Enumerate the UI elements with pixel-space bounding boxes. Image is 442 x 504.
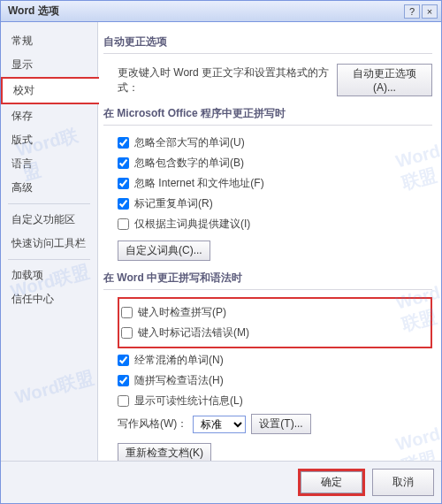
ok-highlight: 确定 bbox=[298, 469, 365, 496]
nav-customize-ribbon[interactable]: 自定义功能区 bbox=[1, 208, 97, 232]
nav-save[interactable]: 保存 bbox=[1, 104, 97, 128]
chk-ignore-numbers[interactable] bbox=[118, 157, 129, 169]
word-spell-group: 键入时检查拼写(P) 键入时标记语法错误(M) 经常混淆的单词(N) 随拼写检查… bbox=[103, 297, 432, 461]
nav-general[interactable]: 常规 bbox=[1, 29, 97, 53]
close-button[interactable]: × bbox=[422, 4, 438, 19]
lbl-readability: 显示可读性统计信息(L) bbox=[134, 393, 243, 409]
lbl-ignore-internet: 忽略 Internet 和文件地址(F) bbox=[134, 176, 264, 191]
button-bar: 确定 取消 bbox=[1, 461, 441, 503]
office-spell-group: 忽略全部大写的单词(U) 忽略包含数字的单词(B) 忽略 Internet 和文… bbox=[103, 133, 432, 263]
chk-readability[interactable] bbox=[118, 395, 129, 407]
writing-style-select[interactable]: 标准 bbox=[193, 416, 246, 433]
chk-flag-repeated[interactable] bbox=[118, 198, 129, 210]
content-panel: Word联盟 Word联盟 Word联盟 自动更正选项 更改键入时 Word 更… bbox=[98, 22, 441, 461]
lbl-ignore-uppercase: 忽略全部大写的单词(U) bbox=[134, 135, 245, 150]
lbl-flag-repeated: 标记重复单词(R) bbox=[134, 196, 213, 211]
autocorrect-row: 更改键入时 Word 更正文字和设置其格式的方式： 自动更正选项(A)... bbox=[103, 61, 432, 99]
section-word-spell: 在 Word 中更正拼写和语法时 bbox=[103, 263, 432, 290]
lbl-confused-words: 经常混淆的单词(N) bbox=[134, 353, 224, 368]
nav-advanced[interactable]: 高级 bbox=[1, 176, 97, 200]
nav-proofing[interactable]: 校对 bbox=[1, 77, 99, 104]
nav-display[interactable]: 显示 bbox=[1, 53, 97, 77]
nav-addins[interactable]: 加载项 bbox=[1, 263, 97, 287]
autocorrect-label: 更改键入时 Word 更正文字和设置其格式的方式： bbox=[118, 65, 332, 95]
settings-button[interactable]: 设置(T)... bbox=[251, 414, 310, 434]
highlight-box-1: 键入时检查拼写(P) 键入时标记语法错误(M) bbox=[118, 297, 432, 348]
lbl-grammar-with-spell: 随拼写检查语法(H) bbox=[134, 373, 224, 388]
writing-style-label: 写作风格(W)： bbox=[118, 416, 187, 431]
chk-grammar-with-spell[interactable] bbox=[118, 375, 129, 386]
titlebar-buttons: ? × bbox=[404, 4, 438, 19]
separator bbox=[8, 203, 90, 204]
chk-ignore-uppercase[interactable] bbox=[118, 137, 129, 149]
chk-main-dict-only[interactable] bbox=[118, 218, 129, 230]
autocorrect-options-button[interactable]: 自动更正选项(A)... bbox=[337, 64, 432, 96]
section-autocorrect: 自动更正选项 bbox=[103, 27, 432, 54]
cancel-button[interactable]: 取消 bbox=[372, 469, 434, 496]
nav-trust[interactable]: 信任中心 bbox=[1, 287, 97, 311]
chk-ignore-internet[interactable] bbox=[118, 178, 129, 189]
titlebar: Word 选项 ? × bbox=[1, 1, 441, 22]
nav-language[interactable]: 语言 bbox=[1, 152, 97, 176]
lbl-main-dict-only: 仅根据主词典提供建议(I) bbox=[134, 217, 250, 232]
nav-layout[interactable]: 版式 bbox=[1, 128, 97, 152]
dialog-title: Word 选项 bbox=[4, 4, 59, 19]
separator bbox=[8, 259, 90, 260]
section-office-spell: 在 Microsoft Office 程序中更正拼写时 bbox=[103, 99, 432, 126]
nav-qat[interactable]: 快速访问工具栏 bbox=[1, 232, 97, 256]
recheck-button[interactable]: 重新检查文档(K) bbox=[118, 443, 211, 461]
lbl-check-spell-as-type: 键入时检查拼写(P) bbox=[138, 305, 226, 320]
chk-confused-words[interactable] bbox=[118, 355, 129, 366]
help-button[interactable]: ? bbox=[404, 4, 420, 19]
lbl-mark-grammar: 键入时标记语法错误(M) bbox=[138, 325, 249, 340]
lbl-ignore-numbers: 忽略包含数字的单词(B) bbox=[134, 156, 244, 171]
dialog-body: Word联盟 Word联盟 Word联盟 常规 显示 校对 保存 版式 语言 高… bbox=[1, 22, 441, 461]
custom-dict-button[interactable]: 自定义词典(C)... bbox=[118, 241, 210, 261]
sidebar: Word联盟 Word联盟 Word联盟 常规 显示 校对 保存 版式 语言 高… bbox=[1, 22, 98, 461]
options-dialog: Word 选项 ? × Word联盟 Word联盟 Word联盟 常规 显示 校… bbox=[0, 0, 442, 504]
watermark: Word联盟 bbox=[12, 366, 96, 410]
chk-mark-grammar[interactable] bbox=[121, 327, 133, 339]
ok-button[interactable]: 确定 bbox=[301, 471, 362, 493]
chk-check-spell-as-type[interactable] bbox=[121, 307, 133, 318]
